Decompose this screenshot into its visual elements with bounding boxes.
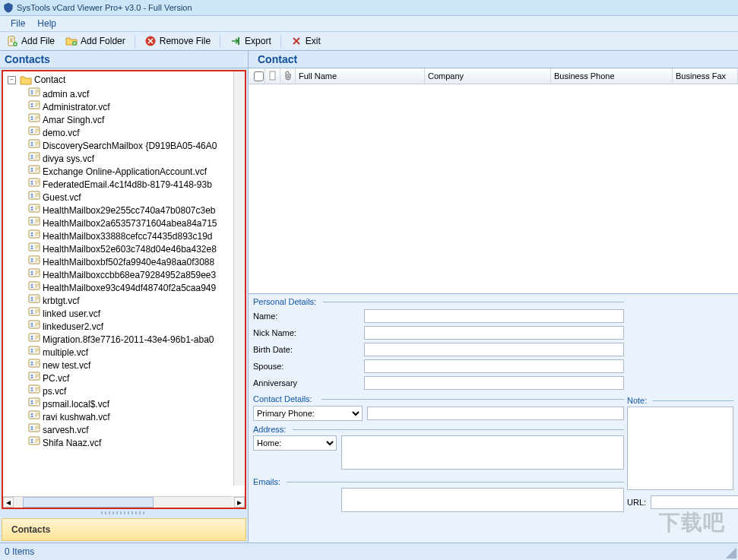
tree-item[interactable]: Guest.vcf xyxy=(26,190,245,203)
phone-type-select[interactable]: Primary Phone: xyxy=(253,406,363,421)
tree-item[interactable]: DiscoverySearchMailbox {D919BA05-46A0 xyxy=(26,138,245,151)
contacts-tree[interactable]: − Contact admin a.vcfAdministrator.vcfAm… xyxy=(2,70,246,509)
contact-grid[interactable]: Full Name Company Business Phone Busines… xyxy=(249,68,738,294)
tree-item[interactable]: Amar Singh.vcf xyxy=(26,112,245,125)
column-company[interactable]: Company xyxy=(425,68,551,84)
column-flag-icon[interactable] xyxy=(265,68,280,84)
tree-item[interactable]: Migration.8f3e7716-2011-43e4-96b1-aba0 xyxy=(26,332,245,345)
remove-file-label: Remove File xyxy=(160,36,211,46)
vcard-icon xyxy=(28,319,40,330)
address-input[interactable] xyxy=(341,435,624,470)
vcard-icon xyxy=(28,384,40,394)
grid-body[interactable] xyxy=(249,84,738,293)
vcard-icon xyxy=(28,435,40,446)
tree-item[interactable]: Administrator.vcf xyxy=(26,100,245,112)
address-type-select[interactable]: Home: xyxy=(253,435,337,451)
note-input[interactable] xyxy=(627,407,733,490)
tree-root-node[interactable]: − Contact xyxy=(6,73,245,87)
emails-input[interactable] xyxy=(341,488,625,512)
anniversary-input[interactable] xyxy=(364,376,624,390)
svg-point-36 xyxy=(30,283,33,286)
add-folder-icon xyxy=(65,35,78,47)
tree-item-label: linkeduser2.vcf xyxy=(43,321,103,332)
tree-item[interactable]: ravi kushwah.vcf xyxy=(26,410,245,422)
splitter-handle[interactable] xyxy=(0,511,248,515)
tree-item[interactable]: admin a.vcf xyxy=(26,87,245,100)
tree-item[interactable]: demo.vcf xyxy=(26,125,245,138)
tree-item-label: Migration.8f3e7716-2011-43e4-96b1-aba0 xyxy=(43,334,214,345)
tree-item[interactable]: Shifa Naaz.vcf xyxy=(26,435,245,448)
vcard-icon xyxy=(28,203,40,214)
anniversary-label: Anniversary xyxy=(253,378,359,388)
birthdate-input[interactable] xyxy=(364,343,624,356)
exit-button[interactable]: Exit xyxy=(287,34,324,48)
address-legend: Address: xyxy=(253,425,624,434)
vcard-icon xyxy=(28,87,40,97)
svg-point-30 xyxy=(30,245,33,247)
tree-vertical-scrollbar[interactable] xyxy=(233,71,245,486)
tree-item[interactable]: linkeduser2.vcf xyxy=(26,319,245,332)
name-label: Name: xyxy=(253,312,359,321)
tree-item[interactable]: linked user.vcf xyxy=(26,306,245,319)
tree-item-label: divya sys.vcf xyxy=(43,153,94,164)
phone-input[interactable] xyxy=(367,407,624,420)
tree-item[interactable]: HealthMailboxe93c494df48740f2a5caa949 xyxy=(26,280,245,293)
tree-item[interactable]: sarvesh.vcf xyxy=(26,422,245,435)
column-full-name[interactable]: Full Name xyxy=(296,68,425,84)
tree-item-label: Guest.vcf xyxy=(43,192,81,203)
tree-item[interactable]: new test.vcf xyxy=(26,358,245,371)
contact-panel-title: Contact xyxy=(258,53,297,65)
scrollbar-thumb[interactable] xyxy=(23,497,154,508)
remove-file-button[interactable]: Remove File xyxy=(141,34,214,48)
tree-item[interactable]: HealthMailbox29e255cc740a47b0807c3eb xyxy=(26,203,245,216)
url-input[interactable] xyxy=(651,495,738,509)
tree-item-label: new test.vcf xyxy=(43,360,90,371)
menu-help[interactable]: Help xyxy=(31,17,62,30)
tree-item[interactable]: HealthMailboxccbb68ea79284952a859ee3 xyxy=(26,267,245,280)
select-all-checkbox[interactable] xyxy=(254,71,264,81)
column-business-phone[interactable]: Business Phone xyxy=(551,68,673,84)
tree-item-label: HealthMailboxbf502fa9940e4a98aa0f3088 xyxy=(43,257,214,267)
tree-item[interactable]: divya sys.vcf xyxy=(26,151,245,164)
svg-point-18 xyxy=(30,167,33,169)
vcard-icon xyxy=(28,345,40,356)
detail-form: Personal Details: Name: Nick Name: Birth… xyxy=(249,294,738,543)
svg-point-48 xyxy=(30,361,33,363)
menu-file[interactable]: File xyxy=(5,17,31,30)
tree-item[interactable]: psmail.local$.vcf xyxy=(26,397,245,410)
tree-item[interactable]: HealthMailbox52e603c748d04e46ba432e8 xyxy=(26,242,245,255)
name-input[interactable] xyxy=(364,309,624,323)
column-business-fax[interactable]: Business Fax xyxy=(673,68,738,84)
tree-item[interactable]: HealthMailbox33888cefcc74435d893c19d xyxy=(26,229,245,242)
scroll-left-icon[interactable]: ◂ xyxy=(3,497,14,508)
export-button[interactable]: Export xyxy=(226,34,274,48)
tree-item[interactable]: krbtgt.vcf xyxy=(26,293,245,306)
nav-contacts-button[interactable]: Contacts xyxy=(2,518,246,541)
tree-item[interactable]: HealthMailbox2a65357371604abea84a715 xyxy=(26,216,245,229)
add-file-button[interactable]: Add File xyxy=(3,34,58,48)
spouse-input[interactable] xyxy=(364,359,624,373)
tree-item[interactable]: ps.vcf xyxy=(26,384,245,397)
tree-item-label: FederatedEmail.4c1f4d8b-8179-4148-93b xyxy=(43,179,212,190)
resize-grip-icon[interactable] xyxy=(723,545,736,558)
vcard-icon xyxy=(28,280,40,291)
add-folder-label: Add Folder xyxy=(81,36,125,46)
column-attachment-icon[interactable] xyxy=(280,68,296,84)
tree-item[interactable]: PC.vcf xyxy=(26,371,245,384)
add-folder-button[interactable]: Add Folder xyxy=(62,34,128,48)
tree-item[interactable]: HealthMailboxbf502fa9940e4a98aa0f3088 xyxy=(26,255,245,267)
collapse-icon[interactable]: − xyxy=(8,76,16,84)
svg-point-56 xyxy=(30,413,33,415)
column-checkbox[interactable] xyxy=(249,68,265,84)
window-title: SysTools vCard Viewer Pro+ v3.0 - Full V… xyxy=(17,3,192,12)
tree-item[interactable]: multiple.vcf xyxy=(26,345,245,358)
svg-point-34 xyxy=(30,271,33,273)
tree-horizontal-scrollbar[interactable]: ◂ ▸ xyxy=(3,496,245,508)
scroll-right-icon[interactable]: ▸ xyxy=(234,497,245,508)
tree-item[interactable]: Exchange Online-ApplicationAccount.vcf xyxy=(26,164,245,177)
toolbar: Add File Add Folder Remove File Export E… xyxy=(0,32,738,51)
nickname-input[interactable] xyxy=(364,326,624,340)
tree-item-label: ravi kushwah.vcf xyxy=(43,412,110,422)
tree-item[interactable]: FederatedEmail.4c1f4d8b-8179-4148-93b xyxy=(26,177,245,190)
svg-rect-4 xyxy=(238,37,239,45)
